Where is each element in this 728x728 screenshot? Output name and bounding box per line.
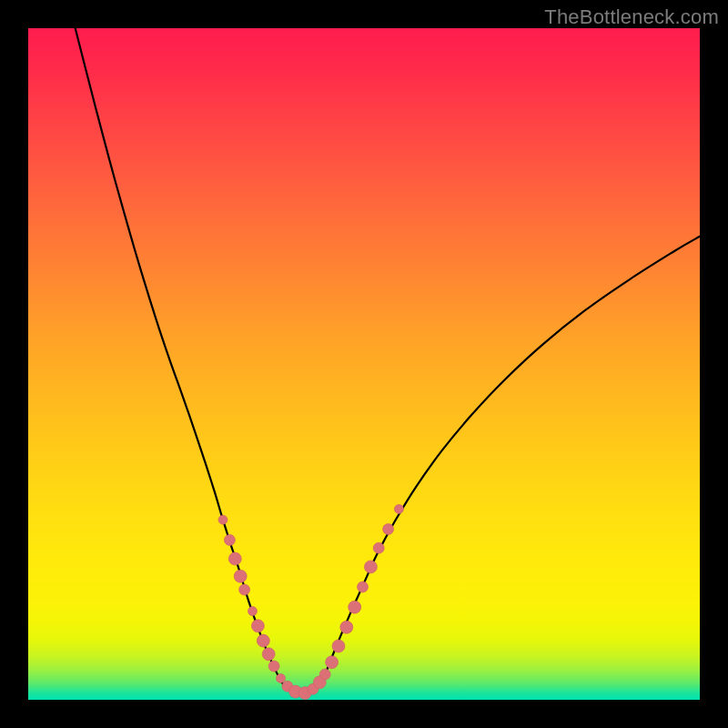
- marker-dot: [277, 673, 286, 682]
- marker-dot: [319, 669, 330, 680]
- marker-dot: [251, 620, 264, 632]
- left-branch-path: [76, 28, 279, 678]
- marker-dot: [383, 524, 394, 535]
- marker-dot: [234, 570, 247, 582]
- marker-dot: [262, 648, 275, 661]
- marker-dot: [257, 634, 269, 647]
- chart-svg: [28, 28, 700, 700]
- marker-layer: [218, 504, 403, 699]
- marker-dot: [218, 515, 228, 524]
- curve-layer: [76, 28, 700, 694]
- watermark-text: TheBottleneck.com: [544, 5, 719, 29]
- marker-dot: [349, 601, 361, 613]
- marker-dot: [248, 607, 258, 616]
- marker-dot: [239, 584, 250, 595]
- marker-dot: [268, 661, 279, 672]
- marker-dot: [358, 581, 369, 592]
- marker-dot: [228, 552, 241, 565]
- right-branch-path: [324, 237, 700, 679]
- marker-dot: [364, 561, 377, 573]
- marker-dot: [340, 621, 353, 633]
- marker-dot: [373, 542, 384, 553]
- marker-dot: [224, 534, 235, 545]
- marker-dot: [394, 504, 403, 513]
- outer-frame: TheBottleneck.com: [0, 0, 728, 728]
- marker-dot: [326, 656, 339, 669]
- marker-dot: [332, 640, 345, 652]
